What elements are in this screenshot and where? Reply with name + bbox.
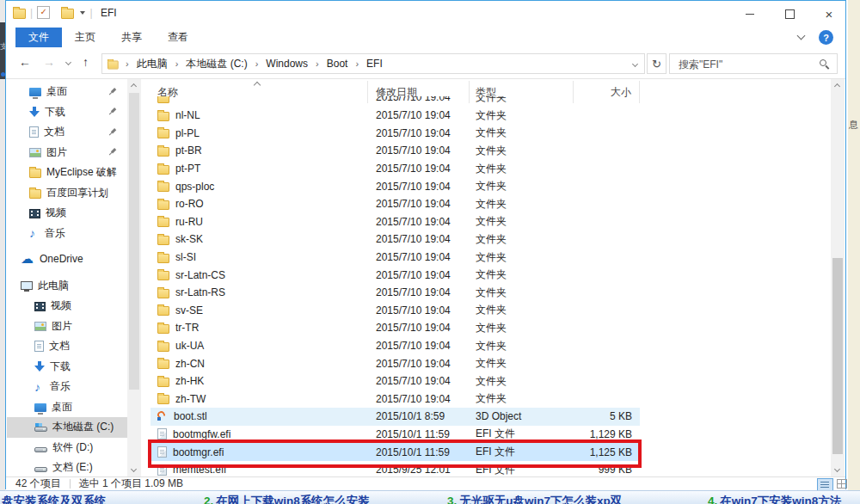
sidebar-item[interactable]: ♪音乐	[7, 224, 127, 244]
file-name: sr-Latn-CS	[175, 269, 225, 281]
table-row[interactable]: qps-ploc2015/7/10 19:04文件夹	[150, 177, 640, 195]
name-cell: zh-TW	[150, 393, 368, 405]
partial-list-row[interactable]: 2015/7/10 19:04文件夹	[150, 96, 640, 107]
drive-icon	[34, 467, 47, 472]
file-name: uk-UA	[175, 340, 204, 352]
sidebar-item[interactable]: 桌面	[7, 82, 127, 102]
sidebar-item[interactable]: 文档	[7, 122, 127, 143]
file-type: 文件夹	[470, 179, 574, 194]
sidebar-item-label: 此电脑	[38, 279, 69, 293]
table-row[interactable]: sr-Latn-RS2015/7/10 19:04文件夹	[150, 284, 640, 302]
doc-icon	[29, 126, 39, 138]
tab-file[interactable]: 文件	[15, 28, 62, 47]
sidebar-scrollbar-thumb[interactable]	[129, 93, 139, 390]
table-row[interactable]: pt-BR2015/7/10 19:04文件夹	[150, 142, 640, 160]
table-row[interactable]: zh-CN2015/7/10 19:04文件夹	[150, 354, 640, 372]
search-box	[669, 53, 838, 74]
tab-view[interactable]: 查看	[155, 28, 201, 47]
file-name: zh-HK	[175, 375, 204, 387]
table-row[interactable]: 2015/7/10 19:04文件夹	[150, 96, 640, 107]
sidebar-item[interactable]: 图片	[7, 143, 127, 163]
breadcrumb-item[interactable]: Boot	[325, 58, 350, 70]
sidebar-item[interactable]: 此电脑	[7, 276, 127, 297]
sidebar-item[interactable]: ☁OneDrive	[7, 249, 127, 269]
close-button[interactable]: ×	[813, 3, 845, 24]
background-link[interactable]: 盘安装系统及双系统	[2, 493, 107, 504]
date-modified: 2015/7/10 19:04	[368, 375, 470, 387]
customize-toolbar-dropdown-icon[interactable]	[80, 11, 85, 15]
sidebar-item[interactable]: 视频	[7, 203, 127, 224]
sidebar-item[interactable]: 视频	[7, 296, 127, 317]
table-row[interactable]: sv-SE2015/7/10 19:04文件夹	[150, 302, 640, 320]
file-name: bootmgfw.efi	[173, 428, 230, 440]
table-row[interactable]: sr-Latn-CS2015/7/10 19:04文件夹	[150, 266, 640, 284]
background-link[interactable]: 2.在网上下载win8系统怎么安装	[204, 493, 370, 504]
sidebar-item-label: 文档	[49, 339, 70, 353]
name-cell: sl-SI	[150, 251, 368, 263]
search-icon[interactable]	[820, 59, 830, 70]
sidebar-item[interactable]: 下载	[7, 102, 127, 123]
table-row[interactable]: nl-NL2015/7/10 19:04文件夹	[150, 107, 640, 125]
forward-button[interactable]: →	[43, 55, 55, 69]
sidebar-item[interactable]: 桌面	[7, 397, 127, 418]
large-icons-view-button[interactable]	[834, 478, 849, 489]
sidebar-item-label: 下载	[50, 360, 71, 374]
folder-icon[interactable]	[13, 9, 26, 19]
breadcrumb-item[interactable]: Windows	[264, 58, 310, 70]
address-box[interactable]: ›此电脑›本地磁盘 (C:)›Windows›Boot›EFI	[101, 53, 645, 74]
tab-share[interactable]: 共享	[108, 28, 155, 47]
name-cell: bootmgfw.efi	[150, 428, 368, 440]
refresh-button[interactable]: ↻	[647, 53, 666, 74]
table-row[interactable]: tr-TR2015/7/10 19:04文件夹	[150, 319, 640, 337]
breadcrumb-item[interactable]: EFI	[365, 58, 384, 70]
recent-locations-dropdown-icon[interactable]	[65, 59, 71, 65]
breadcrumb-separator-icon: ›	[310, 58, 325, 69]
name-cell	[150, 96, 368, 103]
table-row[interactable]: pt-PT2015/7/10 19:04文件夹	[150, 160, 640, 178]
table-row[interactable]: boot.stl2015/10/1 8:593D Object5 KB	[150, 408, 640, 426]
name-cell: ru-RU	[150, 216, 368, 228]
sidebar-item[interactable]: 下载	[7, 357, 127, 378]
table-row[interactable]: ru-RU2015/7/10 19:04文件夹	[150, 213, 640, 231]
breadcrumb-item[interactable]: 本地磁盘 (C:)	[184, 57, 249, 71]
table-row[interactable]: pl-PL2015/7/10 19:04文件夹	[150, 125, 640, 143]
sidebar-item[interactable]: MyEclipse 破解	[7, 163, 127, 183]
sidebar-item-label: 图片	[52, 319, 72, 334]
address-dropdown-icon[interactable]	[632, 60, 638, 66]
background-link[interactable]: 4.在win7下安装win8方法	[708, 493, 841, 504]
sidebar-item-label: 音乐	[50, 379, 71, 394]
sidebar-item[interactable]: 软件 (D:)	[7, 438, 127, 458]
table-row[interactable]: sk-SK2015/7/10 19:04文件夹	[150, 230, 640, 249]
up-button[interactable]: ↑	[83, 55, 89, 69]
new-folder-icon[interactable]	[61, 9, 74, 19]
table-row[interactable]: ro-RO2015/7/10 19:04文件夹	[150, 195, 640, 213]
table-row[interactable]: zh-TW2015/7/10 19:04文件夹	[150, 390, 640, 409]
folder-icon	[157, 96, 169, 103]
name-cell: pt-BR	[150, 144, 368, 157]
sidebar-item[interactable]: 文档	[7, 336, 127, 357]
table-row[interactable]: zh-HK2015/7/10 19:04文件夹	[150, 372, 640, 390]
sidebar-item[interactable]: ♪音乐	[7, 377, 127, 397]
file-type: 文件夹	[470, 162, 574, 176]
details-view-button[interactable]	[817, 478, 833, 491]
sidebar-item[interactable]: 文档 (E:)	[7, 458, 127, 476]
table-row[interactable]: sl-SI2015/7/10 19:04文件夹	[150, 249, 640, 267]
table-row[interactable]: uk-UA2015/7/10 19:04文件夹	[150, 337, 640, 355]
help-button[interactable]: ?	[819, 30, 833, 45]
date-modified: 2015/7/10 19:04	[368, 144, 470, 157]
properties-check-icon[interactable]: ✓	[37, 6, 50, 19]
file-list-scrollbar-thumb[interactable]	[832, 258, 843, 454]
sidebar-item[interactable]: 本地磁盘 (C:)	[7, 417, 127, 438]
file-name: zh-TW	[175, 393, 206, 405]
search-input[interactable]	[677, 55, 822, 74]
pc-icon	[21, 281, 33, 290]
file-list: nl-NL2015/7/10 19:04文件夹pl-PL2015/7/10 19…	[143, 107, 640, 479]
back-button[interactable]: ←	[19, 55, 31, 69]
background-link[interactable]: 3.无光驱无u盘win7下怎么装xp双	[447, 493, 622, 504]
sidebar-item[interactable]: 百度回享计划	[7, 183, 127, 204]
breadcrumb-item[interactable]: 此电脑	[135, 57, 169, 71]
minimize-button[interactable]	[734, 3, 766, 24]
tab-home[interactable]: 主页	[62, 28, 108, 47]
sidebar-item[interactable]: 图片	[7, 317, 127, 337]
maximize-button[interactable]	[773, 3, 806, 24]
